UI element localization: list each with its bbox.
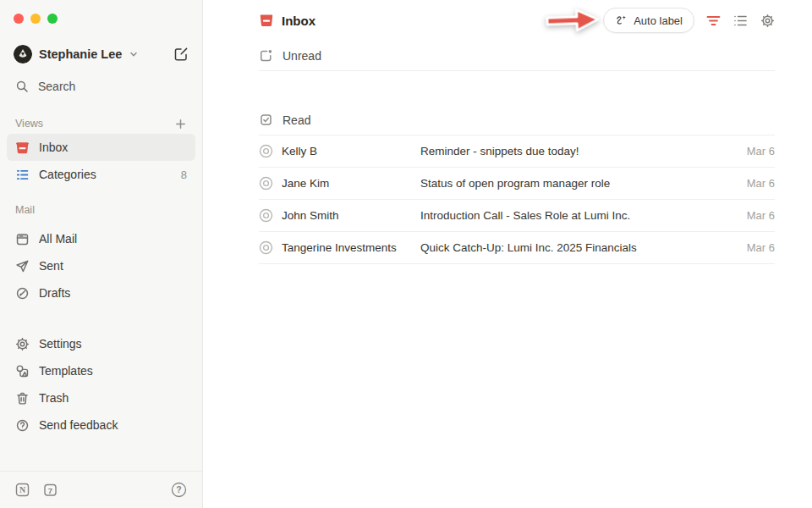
unread-section-header[interactable]: Unread bbox=[259, 41, 775, 71]
email-sender: Jane Kim bbox=[282, 177, 420, 190]
sidebar-item-inbox[interactable]: Inbox bbox=[7, 134, 195, 161]
email-sender: Tangerine Investments bbox=[282, 241, 420, 254]
inbox-icon bbox=[259, 13, 274, 28]
read-section-header[interactable]: Read bbox=[259, 105, 775, 135]
chevron-down-icon bbox=[129, 49, 139, 59]
tools-group: Settings Templates Trash bbox=[7, 330, 195, 439]
email-date: Mar 6 bbox=[747, 209, 775, 222]
profile-row: Stephanie Lee bbox=[7, 42, 195, 66]
help-icon[interactable]: ? bbox=[171, 482, 187, 498]
sender-avatar-icon bbox=[259, 176, 273, 190]
email-row[interactable]: John Smith Introduction Call - Sales Rol… bbox=[259, 200, 775, 232]
sidebar-item-label: Send feedback bbox=[39, 418, 118, 432]
red-arrow-annotation bbox=[543, 4, 603, 36]
read-label: Read bbox=[283, 113, 310, 127]
sidebar-item-label: Settings bbox=[39, 337, 82, 351]
search-button[interactable]: Search bbox=[7, 75, 195, 98]
email-date: Mar 6 bbox=[747, 177, 775, 190]
filter-icon[interactable] bbox=[706, 15, 721, 26]
sidebar-item-label: Categories bbox=[39, 168, 96, 181]
sidebar-item-label: Templates bbox=[39, 364, 93, 378]
gear-icon bbox=[15, 337, 30, 351]
mail-section-header: Mail bbox=[7, 200, 195, 220]
sidebar-item-label: Drafts bbox=[39, 286, 70, 300]
svg-text:7: 7 bbox=[48, 486, 52, 495]
sender-avatar-icon bbox=[259, 144, 273, 158]
plus-icon[interactable] bbox=[174, 118, 187, 130]
drafts-icon bbox=[15, 286, 30, 301]
read-checkbox-icon bbox=[259, 113, 273, 127]
auto-label-label: Auto label bbox=[634, 14, 683, 27]
zoom-window-button[interactable] bbox=[47, 14, 58, 24]
sidebar-item-drafts[interactable]: Drafts bbox=[7, 279, 195, 306]
unread-icon bbox=[259, 48, 273, 63]
list-view-icon[interactable] bbox=[733, 14, 748, 27]
close-window-button[interactable] bbox=[14, 14, 24, 24]
calendar-icon[interactable]: 7 bbox=[43, 483, 58, 497]
all-mail-icon bbox=[15, 232, 30, 246]
sidebar-item-templates[interactable]: Templates bbox=[7, 357, 195, 384]
auto-label-sparkle-icon bbox=[615, 14, 628, 27]
main-content: Inbox Auto label bbox=[203, 0, 812, 508]
svg-text:N: N bbox=[19, 485, 26, 494]
sidebar: Stephanie Lee Search Views bbox=[0, 0, 203, 508]
sidebar-item-label: Sent bbox=[39, 259, 63, 273]
categories-count-badge: 8 bbox=[181, 168, 187, 181]
svg-text:?: ? bbox=[176, 484, 181, 494]
sidebar-item-all-mail[interactable]: All Mail bbox=[7, 225, 195, 252]
sidebar-item-label: Inbox bbox=[39, 141, 68, 154]
views-section-label: Views bbox=[15, 118, 43, 130]
email-subject: Reminder - snippets due today! bbox=[420, 145, 737, 157]
compose-icon[interactable] bbox=[173, 47, 189, 62]
sidebar-item-send-feedback[interactable]: Send feedback bbox=[7, 411, 195, 439]
page-title: Inbox bbox=[282, 14, 315, 28]
email-row[interactable]: Kelly B Reminder - snippets due today! M… bbox=[259, 135, 775, 168]
email-row[interactable]: Jane Kim Status of open program manager … bbox=[259, 168, 775, 200]
auto-label-button[interactable]: Auto label bbox=[603, 8, 694, 33]
unread-label: Unread bbox=[283, 49, 321, 63]
search-label: Search bbox=[38, 80, 75, 93]
sidebar-item-trash[interactable]: Trash bbox=[7, 384, 195, 411]
email-date: Mar 6 bbox=[747, 241, 775, 254]
sidebar-item-label: All Mail bbox=[39, 232, 77, 246]
email-row[interactable]: Tangerine Investments Quick Catch-Up: Lu… bbox=[259, 232, 775, 264]
email-sender: John Smith bbox=[282, 209, 420, 222]
email-subject: Introduction Call - Sales Role at Lumi I… bbox=[420, 209, 737, 222]
email-date: Mar 6 bbox=[747, 145, 775, 157]
help-circle-icon bbox=[15, 418, 30, 433]
email-sender: Kelly B bbox=[282, 145, 420, 157]
notion-logo-icon[interactable]: N bbox=[15, 483, 30, 497]
mail-section-label: Mail bbox=[15, 204, 35, 216]
email-subject: Status of open program manager role bbox=[420, 177, 737, 190]
sidebar-item-settings[interactable]: Settings bbox=[7, 330, 195, 357]
section-gap bbox=[259, 71, 775, 105]
account-switcher[interactable]: Stephanie Lee bbox=[14, 45, 139, 64]
sidebar-footer: N 7 ? bbox=[7, 471, 195, 508]
inbox-header: Inbox Auto label bbox=[259, 0, 775, 41]
window-controls bbox=[7, 0, 195, 24]
sender-avatar-icon bbox=[259, 240, 273, 255]
sent-icon bbox=[15, 259, 30, 273]
minimize-window-button[interactable] bbox=[30, 14, 41, 24]
views-section-header: Views bbox=[7, 113, 195, 134]
categories-icon bbox=[15, 168, 30, 182]
sender-avatar-icon bbox=[259, 208, 273, 223]
avatar bbox=[14, 45, 32, 64]
email-subject: Quick Catch-Up: Lumi Inc. 2025 Financial… bbox=[420, 241, 737, 254]
inbox-icon bbox=[15, 141, 30, 155]
mail-group: All Mail Sent Drafts bbox=[7, 225, 195, 306]
sidebar-item-label: Trash bbox=[39, 391, 69, 405]
sidebar-item-categories[interactable]: Categories 8 bbox=[7, 161, 195, 188]
trash-icon bbox=[15, 391, 30, 406]
gear-icon[interactable] bbox=[760, 14, 775, 28]
search-icon bbox=[15, 80, 29, 93]
shapes-icon bbox=[15, 364, 30, 378]
sidebar-item-sent[interactable]: Sent bbox=[7, 252, 195, 279]
profile-name: Stephanie Lee bbox=[39, 47, 122, 61]
